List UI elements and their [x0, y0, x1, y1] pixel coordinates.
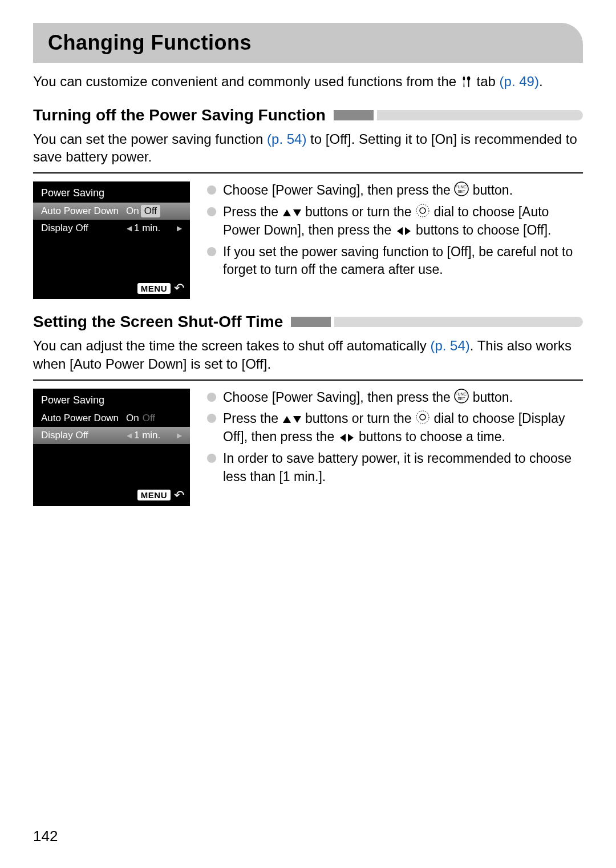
svg-point-0 — [455, 182, 468, 196]
left-triangle-icon: ◀ — [124, 431, 134, 439]
page-ref-49[interactable]: (p. 49) — [500, 74, 539, 89]
section1-text: You can set the power saving function (p… — [33, 130, 583, 165]
heading-bar — [291, 317, 583, 327]
s1-bullet-1: Choose [Power Saving], then press the FU… — [206, 181, 583, 200]
left-right-icon — [338, 433, 355, 443]
lcd1-menu-badge: MENU ↶ — [137, 282, 184, 294]
svg-point-8 — [416, 411, 429, 423]
dial-icon — [415, 203, 430, 218]
lcd1-row-autopower: Auto Power Down On Off — [33, 203, 190, 220]
lcd2-opt-off: Off — [141, 413, 157, 424]
lcd2-row-displayoff: Display Off ◀ 1 min. ▶ — [33, 427, 190, 444]
svg-text:FUNC.: FUNC. — [456, 392, 468, 396]
lcd2-autopower-label: Auto Power Down — [41, 413, 124, 424]
page-ref-54a[interactable]: (p. 54) — [267, 131, 306, 147]
up-down-icon — [282, 414, 302, 425]
left-triangle-icon: ◀ — [124, 224, 134, 232]
func-set-icon: FUNC.SET — [454, 389, 469, 403]
separator — [33, 380, 583, 381]
menu-label: MENU — [137, 283, 171, 294]
intro-text-tab: tab — [477, 74, 500, 89]
func-set-icon: FUNC.SET — [454, 181, 469, 196]
intro-end: . — [539, 74, 543, 89]
page-title-banner: Changing Functions — [33, 23, 583, 63]
lcd1-opt-on: On — [124, 205, 141, 217]
section2-text: You can adjust the time the screen takes… — [33, 337, 583, 372]
section2-bullets: Choose [Power Saving], then press the FU… — [206, 389, 583, 506]
heading-bar — [334, 110, 583, 120]
svg-text:SET: SET — [457, 397, 465, 401]
svg-point-5 — [455, 389, 468, 403]
section-title: Turning off the Power Saving Function — [33, 106, 326, 124]
lcd1-row-displayoff: Display Off ◀ 1 min. ▶ — [33, 220, 190, 237]
s2-text-pre: You can adjust the time the screen takes… — [33, 338, 430, 353]
section2-title: Setting the Screen Shut-Off Time — [33, 313, 283, 331]
tools-tab-icon — [460, 75, 473, 88]
lcd1-display-label: Display Off — [41, 223, 124, 234]
s2-bullet-3: In order to save battery power, it is re… — [206, 450, 583, 486]
right-triangle-icon: ▶ — [175, 431, 184, 439]
lcd1-autopower-label: Auto Power Down — [41, 205, 124, 217]
svg-text:SET: SET — [457, 189, 465, 193]
s2-bullet-1: Choose [Power Saving], then press the FU… — [206, 389, 583, 407]
return-icon: ↶ — [174, 282, 184, 294]
page-ref-54b[interactable]: (p. 54) — [430, 338, 469, 353]
intro-text: You can customize convenient and commonl… — [33, 74, 460, 89]
menu-label: MENU — [137, 490, 171, 500]
separator — [33, 172, 583, 173]
section1-row: Power Saving Auto Power Down On Off Disp… — [33, 181, 583, 299]
right-triangle-icon: ▶ — [175, 224, 184, 232]
lcd2-display-label: Display Off — [41, 430, 124, 441]
svg-text:FUNC.: FUNC. — [456, 185, 468, 189]
lcd1-display-value: 1 min. — [134, 223, 160, 234]
section-heading-shutoff: Setting the Screen Shut-Off Time — [33, 313, 583, 331]
intro-paragraph: You can customize convenient and commonl… — [33, 73, 583, 90]
s1-bullet-3: If you set the power saving function to … — [206, 243, 583, 279]
svg-point-4 — [420, 208, 425, 213]
section1-bullets: Choose [Power Saving], then press the FU… — [206, 181, 583, 299]
lcd1-opt-off: Off — [141, 205, 160, 217]
dial-icon — [415, 410, 430, 425]
section2-row: Power Saving Auto Power Down On Off Disp… — [33, 389, 583, 506]
up-down-icon — [282, 208, 302, 218]
section-heading-power-saving: Turning off the Power Saving Function — [33, 106, 583, 124]
page-number: 142 — [33, 827, 58, 845]
lcd-screenshot-2: Power Saving Auto Power Down On Off Disp… — [33, 389, 190, 506]
svg-point-9 — [420, 414, 425, 420]
lcd2-display-value: 1 min. — [134, 430, 160, 441]
lcd-screenshot-1: Power Saving Auto Power Down On Off Disp… — [33, 181, 190, 299]
lcd1-title: Power Saving — [33, 181, 190, 203]
s2-bullet-2: Press the buttons or turn the dial to ch… — [206, 410, 583, 446]
return-icon: ↶ — [174, 489, 184, 502]
svg-point-3 — [416, 204, 429, 217]
lcd2-title: Power Saving — [33, 389, 190, 410]
page-title: Changing Functions — [48, 31, 568, 55]
lcd2-opt-on: On — [124, 413, 141, 424]
lcd2-menu-badge: MENU ↶ — [137, 489, 184, 502]
left-right-icon — [395, 226, 412, 236]
s1-bullet-2: Press the buttons or turn the dial to ch… — [206, 203, 583, 239]
lcd2-row-autopower: Auto Power Down On Off — [33, 410, 190, 427]
s1-text-pre: You can set the power saving function — [33, 131, 267, 147]
